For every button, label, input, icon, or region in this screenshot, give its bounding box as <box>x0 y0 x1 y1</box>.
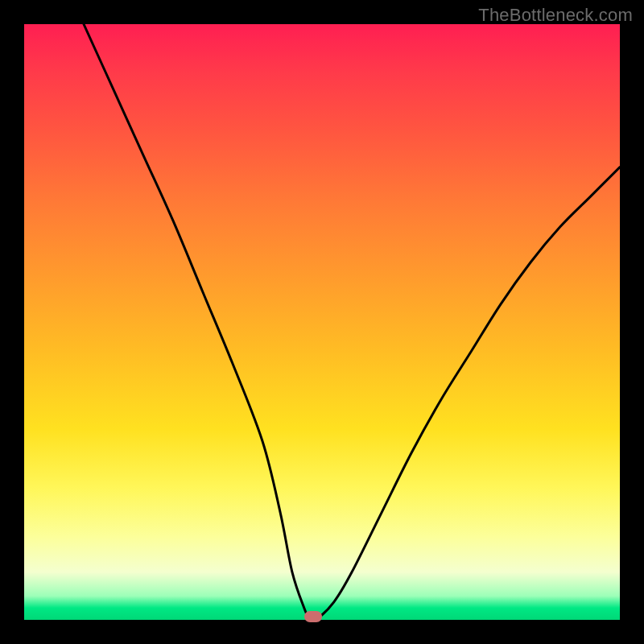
optimum-marker <box>304 611 322 622</box>
curve-svg <box>24 24 620 620</box>
curve-path <box>84 24 620 620</box>
plot-area <box>24 24 620 620</box>
watermark-text: TheBottleneck.com <box>478 5 633 26</box>
chart-frame: TheBottleneck.com <box>0 0 644 644</box>
